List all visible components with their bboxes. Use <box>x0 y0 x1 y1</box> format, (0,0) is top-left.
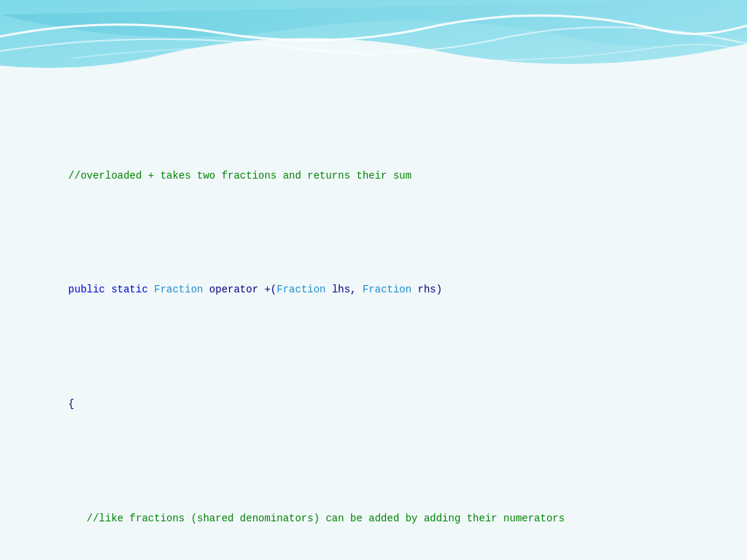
param-lhs: lhs, <box>326 284 363 295</box>
wave-header <box>0 0 747 88</box>
type-fraction-3: Fraction <box>363 284 411 295</box>
type-fraction-1: Fraction <box>154 284 203 295</box>
keyword-public: public static <box>69 284 155 295</box>
code-line-1: //overloaded + takes two fractions and r… <box>44 151 565 200</box>
code-container: //overloaded + takes two fractions and r… <box>44 102 565 560</box>
param-rhs: rhs) <box>411 284 442 295</box>
comment-1: //overloaded + takes two fractions and r… <box>69 170 411 182</box>
operator-text-1: operator +( <box>203 284 276 295</box>
type-fraction-2: Fraction <box>276 284 325 295</box>
code-line-3: { <box>44 380 565 429</box>
comment-2: //like fractions (shared denominators) c… <box>69 513 565 524</box>
code-line-4: //like fractions (shared denominators) c… <box>44 494 565 542</box>
code-line-2: public static Fraction operator +(Fracti… <box>44 265 565 314</box>
brace-open-1: { <box>69 398 74 410</box>
